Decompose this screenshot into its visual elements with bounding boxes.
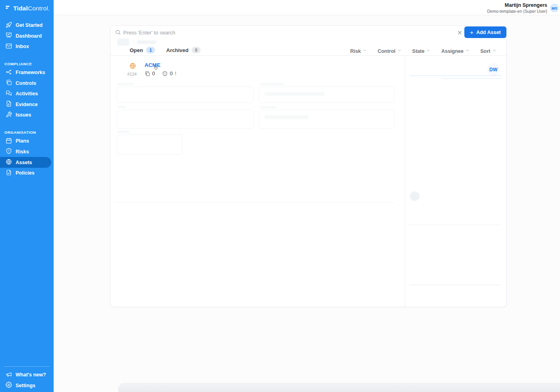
- ghost-dialog-bottom-edge: [116, 202, 395, 203]
- sidebar-item-risks[interactable]: Risks: [0, 147, 54, 157]
- copy-icon: [6, 79, 12, 87]
- sidebar-item-activities[interactable]: Activities: [0, 88, 54, 99]
- gear-icon: [6, 382, 12, 389]
- sidebar-item-settings[interactable]: Settings: [0, 380, 54, 391]
- assets-panel: + Add Asset Open 1 Archived 0 Risk Contr…: [110, 25, 507, 307]
- ghost-field: [259, 86, 395, 103]
- plus-icon: +: [470, 29, 474, 35]
- rocket-icon: [6, 22, 12, 29]
- ghost-field: [116, 135, 183, 155]
- sidebar-item-label: Controls: [16, 80, 36, 86]
- tab-open[interactable]: Open: [130, 47, 143, 53]
- ghost-underline: [442, 78, 502, 79]
- ghost-bottom-sheet: [118, 383, 560, 392]
- brand-name: TidalControl.: [13, 5, 50, 12]
- risks-count: 0: [170, 70, 173, 76]
- ghost-label: [118, 106, 126, 108]
- brand-logo[interactable]: TidalControl.: [5, 4, 50, 12]
- sidebar-item-label: Plans: [16, 138, 29, 144]
- ghost-field: [116, 110, 254, 129]
- branch-icon: [6, 69, 12, 76]
- sidebar-item-evidence[interactable]: Evidence: [0, 99, 54, 110]
- tab-archived-count-badge[interactable]: 0: [192, 47, 201, 53]
- top-header: Martijn Sprengers Demo-template-en (Supe…: [54, 0, 560, 15]
- ghost-breadcrumb: [137, 40, 156, 44]
- ghost-label: [117, 131, 130, 133]
- search-input[interactable]: [123, 27, 428, 38]
- filter-assignee[interactable]: Assignee: [441, 48, 470, 54]
- chevron-down-icon: [426, 48, 431, 54]
- document-icon: [6, 101, 12, 108]
- sidebar-item-inbox[interactable]: Inbox: [0, 41, 54, 52]
- globe-icon: [6, 159, 12, 166]
- filter-sort[interactable]: Sort: [480, 48, 497, 54]
- ghost-underline: [410, 75, 502, 76]
- user-avatar[interactable]: MS: [550, 4, 559, 12]
- chevron-down-icon: [397, 48, 402, 54]
- tabs: Open 1 Archived 0: [130, 47, 201, 53]
- ghost-label: [260, 106, 277, 109]
- tab-open-count-badge[interactable]: 1: [146, 47, 155, 53]
- filter-state[interactable]: State: [412, 48, 431, 54]
- asset-globe-icon: [129, 62, 136, 71]
- controls-count-icon: [145, 71, 150, 76]
- sidebar-item-label: Issues: [16, 112, 31, 118]
- chevron-down-icon: [465, 48, 470, 54]
- user-workspace: Demo-template-en (Super User): [487, 9, 547, 14]
- ghost-thumbnail: [117, 38, 129, 46]
- sidebar-bottom-group: What's new? Settings: [0, 370, 54, 391]
- sidebar-organisation-group: Plans Risks Assets Policies: [0, 136, 54, 179]
- tab-archived[interactable]: Archived: [166, 47, 189, 53]
- sidebar-item-whats-new[interactable]: What's new?: [0, 370, 54, 380]
- app-root: TidalControl. Get Started Dashboard Inbo…: [0, 0, 560, 392]
- chevron-down-icon: [492, 48, 497, 54]
- sidebar-item-dashboard[interactable]: Dashboard: [0, 31, 54, 42]
- sidebar-item-label: Settings: [16, 383, 35, 388]
- search-row: + Add Asset: [110, 26, 506, 39]
- sidebar: TidalControl. Get Started Dashboard Inbo…: [0, 0, 54, 392]
- filter-control[interactable]: Control: [377, 48, 401, 54]
- assignee-avatar[interactable]: DW: [487, 63, 500, 76]
- risks-count-shield-icon: [162, 71, 168, 76]
- user-block[interactable]: Martijn Sprengers Demo-template-en (Supe…: [487, 2, 547, 14]
- shield-icon: [6, 148, 12, 155]
- sidebar-item-label: Activities: [16, 91, 38, 96]
- search-icon: [115, 29, 121, 37]
- ghost-label: [117, 83, 134, 85]
- controls-count: 0: [152, 70, 155, 76]
- sidebar-item-get-started[interactable]: Get Started: [0, 20, 54, 31]
- right-panel-divider: [405, 56, 405, 307]
- ghost-label: [260, 83, 285, 85]
- sidebar-section-compliance: COMPLIANCE: [4, 62, 32, 66]
- close-icon[interactable]: [456, 29, 463, 36]
- tabs-divider: [110, 55, 506, 56]
- sidebar-item-frameworks[interactable]: Frameworks: [0, 67, 54, 78]
- chevron-down-icon: [362, 48, 367, 54]
- add-asset-button[interactable]: + Add Asset: [464, 26, 506, 38]
- sidebar-item-label: Assets: [16, 160, 32, 165]
- sidebar-item-controls[interactable]: Controls: [0, 78, 54, 89]
- sidebar-item-issues[interactable]: Issues: [0, 110, 54, 121]
- sidebar-top-group: Get Started Dashboard Inbox: [0, 20, 54, 52]
- sidebar-item-policies[interactable]: Policies: [0, 168, 54, 179]
- risk-alert-mark: !: [175, 70, 176, 76]
- presentation-icon: [6, 32, 12, 40]
- sidebar-item-label: Get Started: [16, 22, 42, 28]
- sidebar-item-label: Frameworks: [16, 70, 45, 75]
- asset-counters: 0 0 !: [145, 70, 177, 76]
- brand-logo-icon: [5, 4, 11, 12]
- ghost-avatar: [410, 191, 419, 201]
- sidebar-section-organisation: ORGANISATION: [4, 130, 36, 135]
- sidebar-item-label: Inbox: [16, 44, 29, 49]
- sidebar-item-label: Risks: [16, 149, 29, 155]
- sidebar-item-plans[interactable]: Plans: [0, 136, 54, 147]
- sidebar-item-label: What's new?: [16, 372, 46, 378]
- filter-risk[interactable]: Risk: [350, 48, 367, 54]
- sidebar-item-assets[interactable]: Assets: [0, 157, 51, 168]
- sidebar-item-label: Evidence: [16, 102, 38, 107]
- sidebar-item-label: Policies: [16, 170, 34, 176]
- ghost-separator: [409, 285, 501, 285]
- chat-icon: [6, 90, 12, 98]
- sidebar-compliance-group: Frameworks Controls Activities Evidence …: [0, 67, 54, 121]
- ghost-field: [259, 110, 395, 129]
